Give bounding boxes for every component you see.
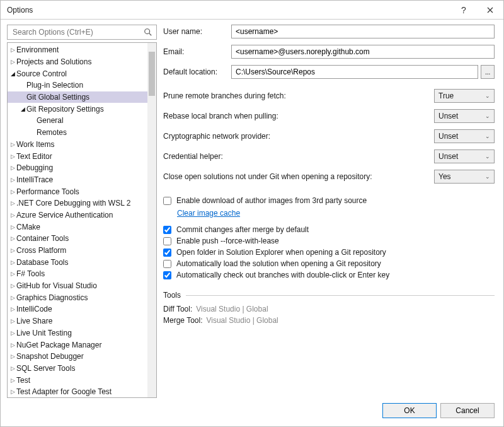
open-folder-checkbox[interactable] bbox=[163, 249, 171, 257]
chevron-down-icon: ⌄ bbox=[485, 133, 490, 139]
tree-arrow-icon: ▷ bbox=[9, 342, 16, 348]
chevron-down-icon: ⌄ bbox=[485, 153, 490, 160]
tree-arrow-icon: ▷ bbox=[9, 377, 16, 383]
tree-node-label: Database Tools bbox=[16, 258, 69, 267]
tree-node[interactable]: ▷Debugging bbox=[8, 162, 147, 174]
autoload-label: Automatically load the solution when ope… bbox=[176, 259, 381, 268]
tree-node[interactable]: ▷Live Unit Testing bbox=[8, 327, 147, 339]
tree-node[interactable]: ▷Text Editor bbox=[8, 150, 147, 162]
prune-select[interactable]: True⌄ bbox=[434, 89, 495, 103]
closesol-select[interactable]: Yes⌄ bbox=[434, 170, 495, 184]
tree-arrow-icon: ▷ bbox=[9, 235, 16, 242]
download-images-checkbox[interactable] bbox=[163, 197, 171, 205]
tree-node[interactable]: ▷Database Tools bbox=[8, 256, 147, 268]
tree-node-label: Environment bbox=[16, 45, 59, 54]
tree-node[interactable]: ▷Snapshot Debugger bbox=[8, 351, 147, 363]
tree-arrow-icon: ▷ bbox=[9, 353, 16, 360]
tree-node[interactable]: ▷Cross Platform bbox=[8, 245, 147, 257]
autocheckout-label: Automatically check out branches with do… bbox=[176, 271, 389, 279]
crypto-select[interactable]: Unset⌄ bbox=[434, 129, 495, 143]
svg-point-0 bbox=[145, 29, 150, 34]
tree-arrow-icon: ▷ bbox=[9, 389, 16, 395]
autoload-checkbox[interactable] bbox=[163, 260, 171, 268]
tree-arrow-icon: ◢ bbox=[9, 71, 16, 77]
tree-node-label: NuGet Package Manager bbox=[16, 341, 101, 349]
tree-arrow-icon: ▷ bbox=[9, 177, 16, 183]
tree-arrow-icon: ▷ bbox=[9, 247, 16, 254]
help-button[interactable]: ? bbox=[450, 1, 477, 20]
tree-node-label: F# Tools bbox=[16, 269, 45, 278]
email-label: Email: bbox=[163, 47, 231, 56]
tree-node[interactable]: ▷.NET Core Debugging with WSL 2 bbox=[8, 197, 147, 209]
tree-node[interactable]: ◢Git Repository Settings bbox=[8, 103, 147, 115]
tree-node[interactable]: Git Global Settings bbox=[8, 91, 147, 103]
tree-node[interactable]: ▷Performance Tools bbox=[8, 185, 147, 197]
tree-node[interactable]: ▷Work Items bbox=[8, 139, 147, 151]
tree-arrow-icon: ▷ bbox=[9, 318, 16, 324]
svg-line-1 bbox=[149, 33, 152, 36]
tree-node[interactable]: ▷Environment bbox=[8, 44, 147, 56]
tree-node-label: Snapshot Debugger bbox=[16, 352, 84, 361]
tree-node[interactable]: ▷IntelliTrace bbox=[8, 174, 147, 186]
closesol-label: Close open solutions not under Git when … bbox=[163, 172, 434, 181]
tree-node[interactable]: ▷Live Share bbox=[8, 315, 147, 327]
crypto-label: Cryptographic network provider: bbox=[163, 132, 434, 141]
location-label: Default location: bbox=[163, 67, 231, 76]
tree-node[interactable]: ▷IntelliCode bbox=[8, 303, 147, 315]
tree-node[interactable]: ▷F# Tools bbox=[8, 268, 147, 280]
tree-arrow-icon: ▷ bbox=[9, 59, 16, 65]
tree-node-label: IntelliCode bbox=[16, 305, 52, 313]
tree-node-label: Projects and Solutions bbox=[16, 57, 91, 66]
tree-node-label: SQL Server Tools bbox=[16, 364, 75, 373]
tree-node[interactable]: ▷GitHub for Visual Studio bbox=[8, 280, 147, 292]
search-box[interactable] bbox=[7, 25, 157, 40]
scrollbar-thumb[interactable] bbox=[149, 52, 155, 96]
window-title: Options bbox=[7, 6, 450, 15]
tree-node[interactable]: ▷Test Adapter for Google Test bbox=[8, 386, 147, 397]
commit-after-merge-checkbox[interactable] bbox=[163, 226, 171, 234]
tree-node[interactable]: ▷NuGet Package Manager bbox=[8, 339, 147, 351]
chevron-down-icon: ⌄ bbox=[485, 173, 490, 180]
tree-node[interactable]: ▷Projects and Solutions bbox=[8, 56, 147, 68]
search-input[interactable] bbox=[11, 27, 144, 37]
tree-node[interactable]: ▷CMake bbox=[8, 221, 147, 233]
options-tree[interactable]: ▷Environment▷Projects and Solutions◢Sour… bbox=[8, 43, 147, 397]
tree-node[interactable]: Remotes bbox=[8, 127, 147, 139]
tree-node[interactable]: ▷SQL Server Tools bbox=[8, 363, 147, 375]
username-input[interactable] bbox=[231, 25, 495, 38]
tree-node-label: Azure Service Authentication bbox=[16, 211, 113, 219]
autocheckout-checkbox[interactable] bbox=[163, 271, 171, 279]
cancel-button[interactable]: Cancel bbox=[440, 403, 495, 418]
email-input[interactable] bbox=[231, 45, 495, 59]
clear-cache-link[interactable]: Clear image cache bbox=[177, 209, 240, 218]
merge-tool-options[interactable]: Visual Studio | Global bbox=[206, 316, 278, 325]
tree-node-label: Cross Platform bbox=[16, 246, 66, 255]
chevron-down-icon: ⌄ bbox=[485, 113, 490, 119]
tree-arrow-icon: ▷ bbox=[9, 47, 16, 53]
tree-node[interactable]: ▷Test bbox=[8, 374, 147, 386]
tree-node[interactable]: ◢Source Control bbox=[8, 67, 147, 79]
tree-node-label: Git Repository Settings bbox=[26, 105, 104, 114]
location-input[interactable] bbox=[231, 65, 478, 79]
tree-node-label: Live Share bbox=[16, 317, 52, 325]
ok-button[interactable]: OK bbox=[382, 403, 437, 418]
divider bbox=[186, 295, 495, 296]
tree-node[interactable]: ▷Azure Service Authentication bbox=[8, 209, 147, 221]
tree-node-label: Container Tools bbox=[16, 234, 69, 243]
tree-arrow-icon: ▷ bbox=[9, 212, 16, 218]
cred-select[interactable]: Unset⌄ bbox=[434, 149, 495, 163]
tree-arrow-icon: ◢ bbox=[19, 106, 26, 112]
tree-node-label: Text Editor bbox=[16, 152, 52, 161]
tree-node[interactable]: ▷Container Tools bbox=[8, 233, 147, 245]
tree-node[interactable]: Plug-in Selection bbox=[8, 79, 147, 91]
tree-node-label: Remotes bbox=[37, 128, 67, 137]
tree-scrollbar[interactable] bbox=[147, 43, 156, 397]
open-folder-label: Open folder in Solution Explorer when op… bbox=[176, 248, 386, 257]
tree-node[interactable]: ▷Graphics Diagnostics bbox=[8, 291, 147, 303]
rebase-select[interactable]: Unset⌄ bbox=[434, 109, 495, 123]
close-button[interactable] bbox=[477, 1, 503, 20]
diff-tool-options[interactable]: Visual Studio | Global bbox=[196, 305, 268, 313]
force-lease-checkbox[interactable] bbox=[163, 237, 171, 245]
browse-button[interactable]: ... bbox=[481, 65, 495, 79]
tree-node[interactable]: General bbox=[8, 115, 147, 127]
